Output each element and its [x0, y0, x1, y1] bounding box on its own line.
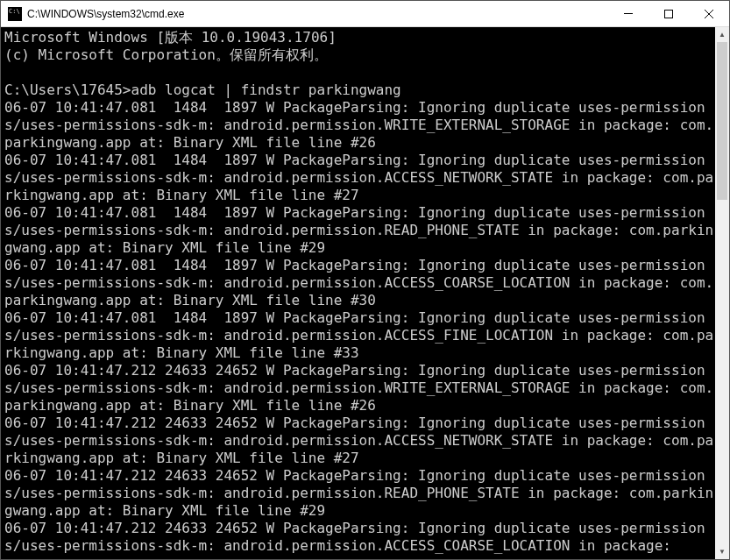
minimize-icon: [624, 13, 633, 14]
maximize-icon: [664, 10, 673, 18]
scroll-track[interactable]: [715, 42, 729, 544]
svg-rect-1: [665, 10, 673, 18]
minimize-button[interactable]: [608, 1, 648, 26]
scroll-up-button[interactable]: ▲: [715, 27, 729, 42]
terminal-area: Microsoft Windows [版本 10.0.19043.1706] (…: [1, 27, 729, 559]
vertical-scrollbar[interactable]: ▲ ▼: [715, 27, 729, 559]
scroll-down-button[interactable]: ▼: [715, 544, 729, 559]
scroll-thumb[interactable]: [717, 42, 727, 200]
terminal-output[interactable]: Microsoft Windows [版本 10.0.19043.1706] (…: [1, 27, 715, 559]
cmd-icon: [8, 7, 22, 21]
close-icon: [705, 10, 713, 18]
titlebar[interactable]: C:\WINDOWS\system32\cmd.exe: [1, 1, 729, 27]
window-controls: [608, 1, 729, 26]
svg-rect-0: [624, 13, 633, 14]
maximize-button[interactable]: [648, 1, 689, 26]
cmd-window: C:\WINDOWS\system32\cmd.exe Microsoft Wi…: [0, 0, 730, 560]
window-title: C:\WINDOWS\system32\cmd.exe: [27, 8, 608, 20]
close-button[interactable]: [689, 1, 729, 26]
